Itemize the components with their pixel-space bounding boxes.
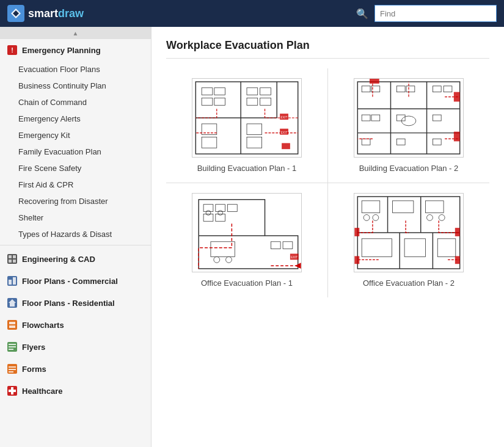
template-preview-building-evac-2 (354, 78, 464, 158)
svg-rect-10 (9, 280, 12, 285)
sidebar-item-fire-scene-safety[interactable]: Fire Scene Safety (0, 160, 151, 176)
floor-plans-commercial-icon (6, 275, 18, 287)
sidebar: ! Emergency Planning Evacuation Floor Pl… (0, 27, 152, 447)
sidebar-item-chain-of-command[interactable]: Chain of Command (0, 94, 151, 111)
healthcare-label: Healthcare (22, 387, 62, 396)
svg-text:!: ! (11, 46, 13, 54)
svg-rect-107 (455, 228, 460, 236)
floor-plans-commercial-label: Floor Plans - Commercial (22, 277, 118, 286)
svg-rect-106 (354, 228, 359, 236)
svg-rect-19 (9, 344, 16, 345)
engineering-cad-icon (6, 253, 18, 265)
sidebar-section-emergency-planning[interactable]: ! Emergency Planning (0, 39, 151, 61)
content-inner: Workplace Evacuation Plan (152, 27, 504, 310)
svg-rect-15 (7, 320, 17, 330)
engineering-cad-label: Engineering & CAD (22, 255, 95, 264)
svg-rect-28 (9, 390, 16, 392)
sidebar-section-flyers[interactable]: Flyers (0, 336, 151, 358)
flowcharts-icon (6, 319, 18, 331)
healthcare-icon (6, 385, 18, 397)
template-cell-building-evac-2[interactable]: Building Evacuation Plan - 2 (328, 68, 489, 183)
template-cell-office-evac-2[interactable]: Office Evacuation Plan - 2 (328, 183, 489, 297)
main-layout: ! Emergency Planning Evacuation Floor Pl… (0, 27, 504, 447)
template-grid: EXIT EXIT Building Evacuation Plan - 1 (166, 68, 489, 297)
svg-text:EXIT: EXIT (291, 256, 298, 259)
sidebar-item-first-aid-cpr[interactable]: First Aid & CPR (0, 176, 151, 193)
svg-rect-6 (13, 255, 16, 258)
svg-rect-17 (9, 325, 15, 328)
sidebar-section-forms[interactable]: Forms (0, 358, 151, 380)
svg-rect-48 (282, 143, 290, 149)
emergency-planning-icon: ! (6, 44, 18, 56)
svg-rect-72 (370, 79, 379, 84)
page-title: Workplace Evacuation Plan (166, 39, 489, 59)
content-area: Workplace Evacuation Plan (152, 27, 504, 447)
template-label-office-evac-1: Office Evacuation Plan - 1 (201, 278, 293, 288)
logo-icon (7, 5, 24, 22)
svg-rect-23 (9, 366, 16, 368)
search-input[interactable] (374, 5, 497, 22)
svg-rect-14 (10, 303, 15, 307)
svg-rect-24 (9, 369, 16, 370)
logo: smartdraw (7, 5, 349, 22)
sidebar-section-floor-plans-commercial[interactable]: Floor Plans - Commercial (0, 270, 151, 292)
template-preview-building-evac-1: EXIT EXIT (192, 78, 302, 158)
svg-rect-25 (9, 371, 13, 372)
sidebar-item-shelter[interactable]: Shelter (0, 209, 151, 226)
sidebar-section-floor-plans-residential[interactable]: Floor Plans - Residential (0, 292, 151, 314)
app-header: smartdraw 🔍 (0, 0, 504, 27)
sidebar-item-emergency-kit[interactable]: Emergency Kit (0, 127, 151, 144)
svg-rect-11 (13, 277, 16, 285)
svg-rect-7 (9, 260, 12, 263)
search-icon[interactable]: 🔍 (354, 5, 371, 22)
forms-label: Forms (22, 365, 46, 374)
floor-plans-residential-icon (6, 297, 18, 309)
svg-rect-109 (455, 256, 460, 264)
template-cell-office-evac-1[interactable]: EXIT Office Evacuation Plan - 1 (166, 183, 327, 297)
template-label-building-evac-1: Building Evacuation Plan - 1 (197, 164, 297, 173)
template-cell-building-evac-1[interactable]: EXIT EXIT Building Evacuation Plan - 1 (166, 68, 327, 183)
sidebar-item-recovering-from-disaster[interactable]: Recovering from Disaster (0, 193, 151, 209)
sidebar-divider-1 (0, 245, 151, 245)
emergency-planning-label: Emergency Planning (22, 46, 101, 55)
svg-rect-108 (354, 256, 359, 264)
sidebar-item-types-of-hazards[interactable]: Types of Hazards & Disast (0, 226, 151, 242)
svg-text:EXIT: EXIT (281, 131, 288, 134)
template-preview-office-evac-1: EXIT (192, 193, 302, 272)
floor-plans-residential-label: Floor Plans - Residential (22, 299, 115, 308)
sidebar-item-emergency-alerts[interactable]: Emergency Alerts (0, 111, 151, 127)
sidebar-item-evacuation-floor-plans[interactable]: Evacuation Floor Plans (0, 61, 151, 78)
template-preview-office-evac-2 (354, 193, 464, 272)
sidebar-item-family-evacuation-plan[interactable]: Family Evacuation Plan (0, 144, 151, 160)
svg-rect-16 (9, 322, 15, 324)
search-area: 🔍 (354, 5, 497, 22)
flyers-label: Flyers (22, 343, 45, 352)
svg-rect-20 (9, 346, 16, 347)
svg-rect-8 (13, 260, 16, 263)
svg-rect-21 (9, 349, 13, 350)
sidebar-section-engineering-cad[interactable]: Engineering & CAD (0, 248, 151, 270)
template-label-building-evac-2: Building Evacuation Plan - 2 (359, 164, 459, 173)
template-label-office-evac-2: Office Evacuation Plan - 2 (363, 278, 455, 288)
sidebar-section-healthcare[interactable]: Healthcare (0, 380, 151, 402)
sidebar-section-flowcharts[interactable]: Flowcharts (0, 314, 151, 336)
logo-text: smartdraw (28, 7, 84, 20)
svg-rect-5 (9, 255, 12, 258)
svg-rect-70 (454, 92, 460, 102)
flowcharts-label: Flowcharts (22, 321, 64, 330)
forms-icon (6, 363, 18, 375)
flyers-icon (6, 341, 18, 353)
svg-text:EXIT: EXIT (281, 116, 288, 119)
sidebar-scroll-up[interactable] (0, 27, 151, 39)
svg-rect-71 (454, 132, 460, 142)
sidebar-item-business-continuity-plan[interactable]: Business Continuity Plan (0, 78, 151, 94)
